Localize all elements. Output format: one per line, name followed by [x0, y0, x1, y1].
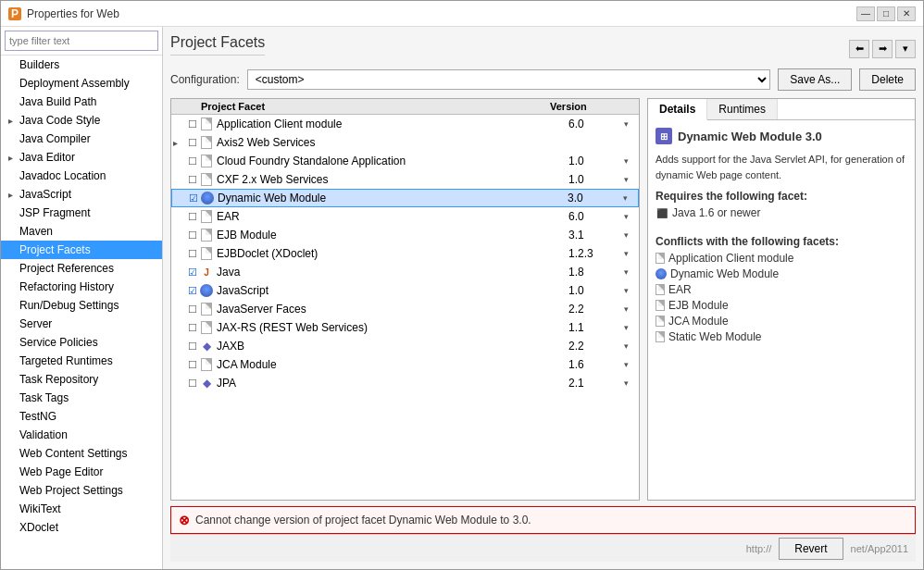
facet-check-java[interactable]: ☑	[186, 266, 199, 279]
properties-window: P Properties for Web — □ ✕ Builders Depl…	[0, 0, 924, 570]
sidebar-item-javadoc-location[interactable]: Javadoc Location	[1, 167, 162, 185]
tab-runtimes[interactable]: Runtimes	[707, 99, 778, 119]
facet-row-dynamic-web[interactable]: ☑Dynamic Web Module3.0▾	[171, 189, 639, 207]
sidebar-item-web-page-editor[interactable]: Web Page Editor	[1, 463, 162, 481]
facet-row-jpa[interactable]: ☐◆JPA2.1▾	[171, 374, 639, 392]
delete-button[interactable]: Delete	[859, 68, 916, 91]
close-button[interactable]: ✕	[897, 6, 916, 21]
facet-check-dynamic-web[interactable]: ☑	[187, 192, 200, 204]
facet-dropdown-cloud-foundry[interactable]: ▾	[624, 156, 637, 166]
sidebar-item-task-repository[interactable]: Task Repository	[1, 370, 162, 389]
sidebar-item-refactoring-history[interactable]: Refactoring History	[1, 278, 162, 296]
facet-dropdown-ejb-module[interactable]: ▾	[624, 230, 637, 240]
sidebar-label-java-editor: Java Editor	[19, 151, 75, 164]
revert-button[interactable]: Revert	[779, 538, 843, 560]
facet-row-ejbdoclet[interactable]: ☐EJBDoclet (XDoclet)1.2.3▾	[171, 244, 639, 263]
facet-row-cxf[interactable]: ☐CXF 2.x Web Services1.0▾	[171, 170, 639, 189]
facet-name-ear: EAR	[217, 210, 568, 223]
sidebar-item-xdoclet[interactable]: XDoclet	[1, 518, 162, 537]
facet-version-javascript: 1.0	[568, 284, 624, 297]
facet-dropdown-ejbdoclet[interactable]: ▾	[624, 249, 637, 258]
facet-icon-app-client	[199, 117, 214, 131]
sidebar-item-server[interactable]: Server	[1, 315, 162, 333]
sidebar-item-targeted-runtimes[interactable]: Targeted Runtimes	[1, 352, 162, 370]
facet-check-jpa[interactable]: ☐	[186, 378, 199, 390]
sidebar-item-java-build-path[interactable]: Java Build Path	[1, 93, 162, 111]
facet-check-ejb-module[interactable]: ☐	[186, 229, 199, 242]
facet-icon-cloud-foundry	[199, 154, 214, 168]
sidebar-item-testng[interactable]: TestNG	[1, 407, 162, 426]
sidebar-item-maven[interactable]: Maven	[1, 222, 162, 241]
facet-row-jca-module[interactable]: ☐JCA Module1.6▾	[171, 355, 639, 374]
facet-check-jax-rs[interactable]: ☐	[186, 322, 199, 334]
facet-name-jca-module: JCA Module	[217, 358, 568, 371]
facet-dropdown-java[interactable]: ▾	[624, 267, 637, 277]
facet-check-javaserver-faces[interactable]: ☐	[186, 304, 199, 316]
filter-input[interactable]	[5, 31, 158, 51]
sidebar-item-project-references[interactable]: Project References	[1, 259, 162, 278]
sidebar-item-web-project-settings[interactable]: Web Project Settings	[1, 481, 162, 500]
facet-row-javaserver-faces[interactable]: ☐JavaServer Faces2.2▾	[171, 300, 639, 318]
facet-dropdown-javascript[interactable]: ▾	[624, 286, 637, 295]
filter-box	[1, 27, 162, 56]
facet-row-axis2[interactable]: ▸☐Axis2 Web Services	[171, 133, 639, 152]
facet-row-ejb-module[interactable]: ☐EJB Module3.1▾	[171, 226, 639, 244]
sidebar-item-java-compiler[interactable]: Java Compiler	[1, 130, 162, 148]
facet-check-axis2[interactable]: ☐	[186, 137, 199, 149]
facet-check-ejbdoclet[interactable]: ☐	[186, 248, 199, 260]
facet-version-cxf: 1.0	[568, 173, 624, 186]
sidebar-label-project-facets: Project Facets	[19, 243, 91, 256]
config-select[interactable]: <custom>	[247, 69, 771, 90]
sidebar-item-deployment-assembly[interactable]: Deployment Assembly	[1, 74, 162, 93]
sidebar-item-run-debug-settings[interactable]: Run/Debug Settings	[1, 296, 162, 315]
sidebar-item-wikitext[interactable]: WikiText	[1, 500, 162, 518]
facet-dropdown-ear[interactable]: ▾	[624, 212, 637, 221]
facet-dropdown-jpa[interactable]: ▾	[624, 378, 637, 388]
facet-name-jaxb: JAXB	[217, 340, 568, 353]
facet-name-cloud-foundry: Cloud Foundry Standalone Application	[217, 155, 568, 167]
sidebar-label-java-compiler: Java Compiler	[19, 132, 91, 145]
save-as-button[interactable]: Save As...	[778, 68, 852, 91]
facet-dropdown-javaserver-faces[interactable]: ▾	[624, 304, 637, 314]
facet-row-ear[interactable]: ☐EAR6.0▾	[171, 207, 639, 226]
facet-check-javascript[interactable]: ☑	[186, 285, 199, 297]
sidebar-item-builders[interactable]: Builders	[1, 56, 162, 74]
facet-row-javascript[interactable]: ☑JavaScript1.0▾	[171, 281, 639, 300]
facet-check-app-client[interactable]: ☐	[186, 118, 199, 130]
sidebar-item-java-editor[interactable]: ▸Java Editor	[1, 148, 162, 167]
facet-dropdown-dynamic-web[interactable]: ▾	[623, 193, 636, 203]
tab-details[interactable]: Details	[648, 99, 707, 120]
facet-dropdown-jaxb[interactable]: ▾	[624, 341, 637, 351]
sidebar-item-project-facets[interactable]: Project Facets	[1, 241, 162, 259]
sidebar-item-service-policies[interactable]: Service Policies	[1, 333, 162, 352]
sidebar-item-javascript[interactable]: ▸JavaScript	[1, 185, 162, 204]
facet-icon-java: J	[199, 265, 214, 279]
facet-check-cxf[interactable]: ☐	[186, 174, 199, 186]
facet-row-cloud-foundry[interactable]: ☐Cloud Foundry Standalone Application1.0…	[171, 152, 639, 170]
maximize-button[interactable]: □	[877, 6, 895, 21]
forward-button[interactable]: ➡	[872, 40, 893, 58]
back-button[interactable]: ⬅	[849, 40, 869, 58]
facet-dropdown-app-client[interactable]: ▾	[624, 119, 637, 129]
facet-row-jaxb[interactable]: ☐◆JAXB2.2▾	[171, 337, 639, 355]
facet-row-app-client[interactable]: ☐Application Client module6.0▾	[171, 115, 639, 133]
facet-dropdown-cxf[interactable]: ▾	[624, 175, 637, 184]
facet-row-java[interactable]: ☑JJava1.8▾	[171, 263, 639, 281]
facet-check-jca-module[interactable]: ☐	[186, 359, 199, 371]
menu-button[interactable]: ▾	[895, 40, 916, 58]
sidebar-item-jsp-fragment[interactable]: JSP Fragment	[1, 204, 162, 222]
facet-row-jax-rs[interactable]: ☐JAX-RS (REST Web Services)1.1▾	[171, 318, 639, 337]
sidebar-item-java-code-style[interactable]: ▸Java Code Style	[1, 111, 162, 130]
facet-version-javaserver-faces: 2.2	[568, 303, 624, 316]
facet-dropdown-jca-module[interactable]: ▾	[624, 360, 637, 369]
facet-dropdown-jax-rs[interactable]: ▾	[624, 323, 637, 332]
facet-check-jaxb[interactable]: ☐	[186, 341, 199, 353]
sidebar-label-builders: Builders	[19, 58, 59, 71]
minimize-button[interactable]: —	[856, 6, 875, 21]
conflicts-label: Conflicts with the following facets:	[656, 235, 907, 248]
facet-check-cloud-foundry[interactable]: ☐	[186, 155, 199, 167]
facet-check-ear[interactable]: ☐	[186, 211, 199, 223]
sidebar-item-validation[interactable]: Validation	[1, 426, 162, 444]
sidebar-item-task-tags[interactable]: Task Tags	[1, 389, 162, 407]
sidebar-item-web-content-settings[interactable]: Web Content Settings	[1, 444, 162, 463]
